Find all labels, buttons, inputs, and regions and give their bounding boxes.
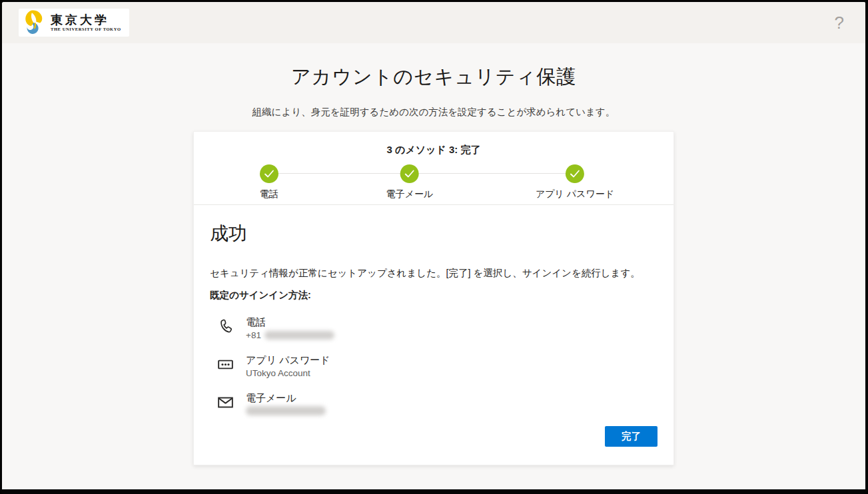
header: 東京大学 THE UNIVERSITY OF TOKYO ? <box>2 2 865 43</box>
email-icon <box>217 391 234 418</box>
method-value: +81 <box>246 330 334 340</box>
app-password-icon <box>217 354 234 380</box>
success-heading: 成功 <box>210 221 657 246</box>
utokyo-logo: 東京大学 THE UNIVERSITY OF TOKYO <box>19 9 129 37</box>
progress-title: 3 のメソッド 3: 完了 <box>194 132 673 156</box>
logo-text-en: THE UNIVERSITY OF TOKYO <box>51 27 121 32</box>
redacted-email-address <box>246 406 326 415</box>
list-item-email: 電子メール <box>217 391 657 418</box>
card-footer: 完了 <box>605 426 657 447</box>
success-panel: 成功 セキュリティ情報が正常にセットアップされました。[完了] を選択し、サイン… <box>194 205 673 418</box>
security-setup-card: 3 のメソッド 3: 完了 電話 電子メール <box>193 131 674 465</box>
signin-methods-list: 電話 +81 <box>217 316 657 418</box>
method-label: 電子メール <box>246 391 326 405</box>
step-phone: 電話 <box>260 164 278 200</box>
step-complete-check-icon <box>566 164 584 183</box>
step-complete-check-icon <box>260 164 278 183</box>
phone-country-prefix: +81 <box>246 330 261 340</box>
phone-icon <box>217 316 234 342</box>
help-icon[interactable]: ? <box>835 14 844 31</box>
method-label: アプリ パスワード <box>246 354 330 367</box>
logo-text-ja: 東京大学 <box>51 14 121 26</box>
step-complete-check-icon <box>400 164 419 183</box>
list-item-app-password: アプリ パスワード UTokyo Account <box>217 354 657 380</box>
step-email: 電子メール <box>386 164 434 200</box>
wizard-progress: 3 のメソッド 3: 完了 電話 電子メール <box>194 132 673 205</box>
list-item-phone: 電話 +81 <box>217 316 657 342</box>
method-value <box>246 406 326 415</box>
step-label: 電話 <box>260 188 278 200</box>
utokyo-emblem-icon <box>23 9 46 37</box>
success-message: セキュリティ情報が正常にセットアップされました。[完了] を選択し、サインインを… <box>210 267 657 280</box>
step-label: アプリ パスワード <box>536 188 614 200</box>
redacted-phone-number <box>264 331 334 340</box>
step-label: 電子メール <box>386 188 434 200</box>
progress-steps: 電話 電子メール アプリ パスワード <box>194 164 673 205</box>
done-button[interactable]: 完了 <box>605 426 657 447</box>
method-value: UTokyo Account <box>246 368 330 378</box>
step-app-password: アプリ パスワード <box>536 164 614 200</box>
method-label: 電話 <box>246 316 334 329</box>
page-subtitle: 組織により、身元を証明するための次の方法を設定することが求められています。 <box>2 106 865 119</box>
default-signin-label: 既定のサインイン方法: <box>210 289 657 302</box>
browser-viewport: 東京大学 THE UNIVERSITY OF TOKYO ? アカウントのセキュ… <box>0 0 868 494</box>
page-title: アカウントのセキュリティ保護 <box>2 64 865 91</box>
